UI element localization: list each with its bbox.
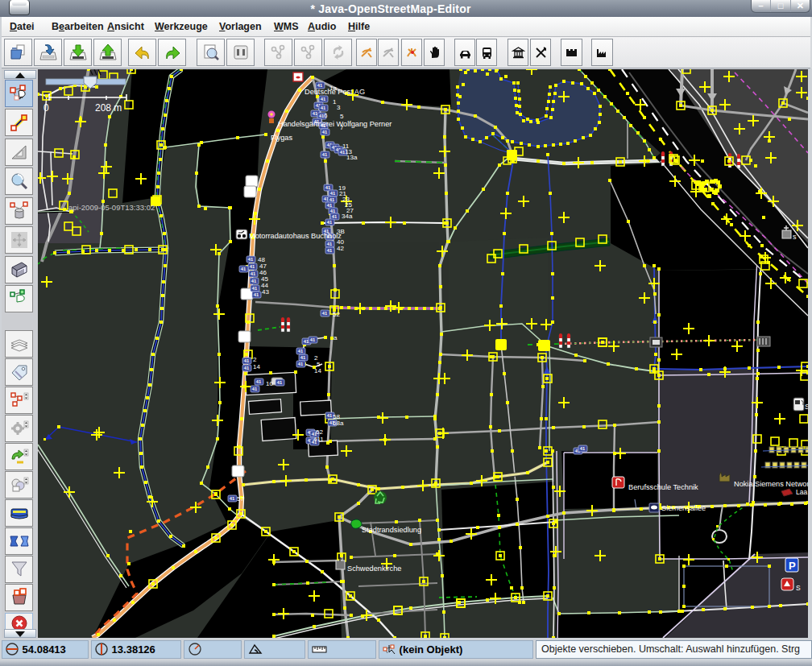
svg-text:52: 52 (333, 311, 340, 318)
svg-text:41: 41 (250, 264, 255, 269)
svg-text:57: 57 (237, 495, 244, 503)
svg-text:5: 5 (340, 113, 344, 120)
svg-text:41: 41 (244, 366, 250, 370)
svg-text:41: 41 (244, 358, 250, 363)
svg-text:411: 411 (313, 436, 324, 443)
svg-text:41: 41 (327, 203, 333, 208)
svg-text:3B: 3B (337, 228, 345, 235)
svg-text:41: 41 (277, 380, 283, 385)
svg-text:1a: 1a (329, 85, 337, 92)
svg-text:41: 41 (230, 496, 235, 501)
svg-text:Handelsgärtnerei Wolfgang Pern: Handelsgärtnerei Wolfgang Perner (278, 120, 392, 128)
svg-text:42: 42 (337, 245, 344, 252)
svg-text:14: 14 (314, 367, 321, 374)
svg-text:62: 62 (316, 428, 323, 436)
svg-text:41: 41 (252, 286, 258, 291)
svg-text:10: 10 (266, 380, 273, 387)
svg-text:13a: 13a (346, 154, 358, 161)
svg-text:Siemensallee: Siemensallee (661, 504, 706, 512)
svg-text:Schwedenkirche: Schwedenkirche (347, 565, 401, 573)
svg-text:41: 41 (330, 209, 336, 213)
svg-text:41: 41 (329, 197, 335, 202)
svg-text:41: 41 (327, 220, 333, 225)
svg-text:3: 3 (337, 104, 341, 111)
svg-text:s: s (793, 233, 797, 241)
svg-text:41: 41 (327, 413, 333, 418)
svg-text:41: 41 (322, 152, 328, 157)
svg-text:2: 2 (253, 356, 257, 363)
svg-text:41: 41 (241, 267, 246, 271)
svg-text:a: a (334, 334, 338, 341)
svg-text:41: 41 (321, 97, 326, 101)
svg-text:41: 41 (298, 349, 304, 354)
svg-text:41: 41 (327, 248, 333, 253)
svg-text:41: 41 (321, 105, 326, 110)
svg-text:41: 41 (322, 130, 328, 134)
svg-text:41: 41 (298, 362, 304, 366)
svg-text:41: 41 (254, 292, 259, 297)
svg-text:41: 41 (322, 311, 328, 316)
svg-text:Stadtrandsiedlung: Stadtrandsiedlung (362, 526, 421, 534)
svg-text:41: 41 (256, 379, 262, 384)
svg-text:41: 41 (251, 279, 257, 283)
svg-text:41: 41 (330, 191, 336, 196)
svg-text:Flygas: Flygas (271, 134, 292, 142)
svg-text:41: 41 (580, 446, 586, 451)
svg-text:14: 14 (253, 363, 260, 370)
svg-text:43: 43 (262, 288, 269, 296)
svg-text:api-2009-05-09T13:33:02: api-2009-05-09T13:33:02 (68, 203, 155, 212)
svg-text:208 m: 208 m (95, 102, 122, 114)
svg-text:Nokia Siemens Networks: Nokia Siemens Networks (734, 480, 808, 488)
svg-text:58a: 58a (333, 420, 344, 427)
svg-text:41: 41 (300, 355, 306, 360)
svg-text:41: 41 (252, 387, 258, 391)
svg-text:41: 41 (327, 242, 333, 246)
svg-text:41: 41 (310, 337, 316, 342)
svg-text:41: 41 (332, 214, 338, 219)
svg-text:41: 41 (325, 185, 331, 190)
svg-text:34a: 34a (342, 213, 353, 220)
svg-text:41: 41 (248, 257, 254, 262)
svg-text:41: 41 (251, 271, 256, 276)
svg-text:Laa: Laa (796, 488, 807, 496)
svg-text:7: 7 (340, 124, 344, 131)
svg-text:P: P (789, 560, 796, 572)
svg-text:Motorradautohaus Buchholz: Motorradautohaus Buchholz (249, 232, 342, 240)
svg-text:6: 6 (324, 112, 328, 119)
svg-text:S: S (796, 584, 801, 592)
svg-text:0: 0 (44, 102, 49, 114)
svg-text:Berufsschule Technik: Berufsschule Technik (628, 483, 698, 491)
